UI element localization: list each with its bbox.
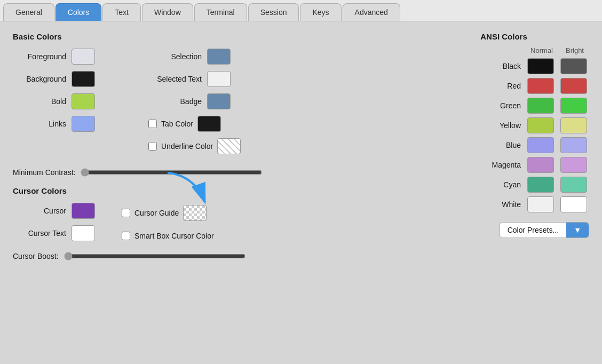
cursor-guide-swatch[interactable] bbox=[183, 205, 207, 221]
ansi-red-label: Red bbox=[418, 82, 523, 90]
color-presets-dropdown[interactable]: Color Presets... ▼ bbox=[500, 222, 589, 238]
tab-advanced[interactable]: Advanced bbox=[343, 3, 400, 21]
cursor-two-col: Cursor Cursor Text bbox=[13, 203, 397, 247]
bold-swatch[interactable] bbox=[72, 93, 95, 109]
selection-label: Selection bbox=[148, 52, 202, 61]
cursor-boost-slider[interactable] bbox=[64, 252, 245, 260]
basic-colors-title: Basic Colors bbox=[13, 32, 397, 41]
minimum-contrast-label: Minimum Contrast: bbox=[13, 168, 75, 177]
main-content: Basic Colors Foreground Background Bold … bbox=[0, 21, 602, 281]
selection-row: Selection bbox=[148, 49, 241, 65]
cursor-left-col: Cursor Cursor Text bbox=[13, 203, 95, 247]
links-label: Links bbox=[13, 120, 66, 128]
ansi-yellow-normal[interactable] bbox=[527, 117, 554, 133]
ansi-red-normal[interactable] bbox=[527, 78, 554, 94]
cursor-text-row: Cursor Text bbox=[13, 225, 95, 241]
underline-color-checkbox[interactable] bbox=[148, 142, 157, 151]
ansi-white-label: White bbox=[418, 200, 523, 209]
ansi-green-normal[interactable] bbox=[527, 98, 554, 114]
cursor-boost-label: Cursor Boost: bbox=[13, 252, 59, 260]
ansi-blue-bright[interactable] bbox=[560, 137, 587, 153]
foreground-swatch[interactable] bbox=[72, 49, 95, 65]
tab-session[interactable]: Session bbox=[248, 3, 299, 21]
smart-box-label: Smart Box Cursor Color bbox=[134, 232, 214, 240]
tab-window[interactable]: Window bbox=[142, 3, 193, 21]
bold-row: Bold bbox=[13, 93, 95, 109]
basic-right-col: Selection Selected Text Badge Tab Color bbox=[148, 49, 241, 160]
cursor-swatch[interactable] bbox=[72, 203, 95, 219]
ansi-cyan-normal[interactable] bbox=[527, 177, 554, 193]
ansi-magenta-label: Magenta bbox=[418, 161, 523, 169]
cursor-guide-checkbox[interactable] bbox=[122, 209, 130, 217]
ansi-cyan-label: Cyan bbox=[418, 180, 523, 189]
ansi-colors-title: ANSI Colors bbox=[418, 32, 589, 41]
links-swatch[interactable] bbox=[72, 116, 95, 132]
cursor-text-label: Cursor Text bbox=[13, 229, 66, 238]
underline-color-swatch[interactable] bbox=[217, 138, 241, 154]
ansi-red-bright[interactable] bbox=[560, 78, 587, 94]
ansi-black-bright[interactable] bbox=[560, 58, 587, 74]
background-row: Background bbox=[13, 71, 95, 87]
ansi-green-bright[interactable] bbox=[560, 98, 587, 114]
foreground-label: Foreground bbox=[13, 52, 66, 61]
ansi-header-normal: Normal bbox=[527, 46, 556, 54]
ansi-yellow-label: Yellow bbox=[418, 121, 523, 130]
background-label: Background bbox=[13, 75, 66, 83]
smart-box-checkbox[interactable] bbox=[122, 232, 130, 240]
presets-label: Color Presets... bbox=[500, 223, 566, 238]
ansi-blue-normal[interactable] bbox=[527, 137, 554, 153]
tab-color-swatch[interactable] bbox=[197, 116, 221, 132]
ansi-grid: Normal Bright Black Red Green Yellow Blu… bbox=[418, 46, 589, 212]
tab-keys[interactable]: Keys bbox=[300, 3, 341, 21]
cursor-right-col: Cursor Guide Smart Box Cursor Color bbox=[122, 205, 214, 246]
tab-color-checkbox[interactable] bbox=[148, 120, 157, 128]
tab-general[interactable]: General bbox=[3, 3, 54, 21]
tab-color-label: Tab Color bbox=[161, 120, 193, 128]
selection-swatch[interactable] bbox=[207, 49, 231, 65]
ansi-cyan-bright[interactable] bbox=[560, 177, 587, 193]
tab-terminal[interactable]: Terminal bbox=[194, 3, 247, 21]
selected-text-label: Selected Text bbox=[148, 75, 202, 83]
right-panel: ANSI Colors Normal Bright Black Red Gree… bbox=[418, 32, 589, 270]
badge-row: Badge bbox=[148, 93, 241, 109]
basic-colors-grid: Foreground Background Bold Links bbox=[13, 49, 397, 160]
cursor-text-swatch[interactable] bbox=[72, 225, 95, 241]
bold-label: Bold bbox=[13, 97, 66, 106]
ansi-black-label: Black bbox=[418, 62, 523, 70]
ansi-header-bright: Bright bbox=[560, 46, 589, 54]
tab-colors[interactable]: Colors bbox=[56, 3, 101, 21]
cursor-label: Cursor bbox=[13, 207, 66, 215]
minimum-contrast-slider[interactable] bbox=[81, 168, 262, 177]
underline-color-row: Underline Color bbox=[148, 138, 241, 154]
ansi-white-normal[interactable] bbox=[527, 196, 554, 212]
ansi-blue-label: Blue bbox=[418, 141, 523, 149]
ansi-magenta-normal[interactable] bbox=[527, 157, 554, 173]
basic-left-col: Foreground Background Bold Links bbox=[13, 49, 95, 160]
minimum-contrast-row: Minimum Contrast: bbox=[13, 168, 397, 177]
cursor-row: Cursor bbox=[13, 203, 95, 219]
foreground-row: Foreground bbox=[13, 49, 95, 65]
ansi-yellow-bright[interactable] bbox=[560, 117, 587, 133]
ansi-white-bright[interactable] bbox=[560, 196, 587, 212]
cursor-section: Cursor Colors Cursor Cursor Text bbox=[13, 186, 397, 260]
cursor-boost-row: Cursor Boost: bbox=[13, 252, 397, 260]
cursor-guide-label: Cursor Guide bbox=[134, 209, 179, 217]
presets-row: Color Presets... ▼ bbox=[418, 222, 589, 238]
cursor-colors-title: Cursor Colors bbox=[13, 186, 397, 195]
badge-label: Badge bbox=[148, 97, 202, 106]
links-row: Links bbox=[13, 116, 95, 132]
background-swatch[interactable] bbox=[72, 71, 95, 87]
badge-swatch[interactable] bbox=[207, 93, 231, 109]
tab-text[interactable]: Text bbox=[102, 3, 141, 21]
ansi-green-label: Green bbox=[418, 101, 523, 110]
underline-color-label: Underline Color bbox=[161, 142, 213, 151]
selected-text-swatch[interactable] bbox=[207, 71, 231, 87]
ansi-magenta-bright[interactable] bbox=[560, 157, 587, 173]
presets-arrow-icon: ▼ bbox=[566, 223, 589, 238]
tab-color-row: Tab Color bbox=[148, 116, 241, 132]
smart-box-row: Smart Box Cursor Color bbox=[122, 232, 214, 240]
cursor-guide-row: Cursor Guide bbox=[122, 205, 214, 221]
ansi-black-normal[interactable] bbox=[527, 58, 554, 74]
left-panel: Basic Colors Foreground Background Bold … bbox=[13, 32, 397, 270]
selected-text-row: Selected Text bbox=[148, 71, 241, 87]
